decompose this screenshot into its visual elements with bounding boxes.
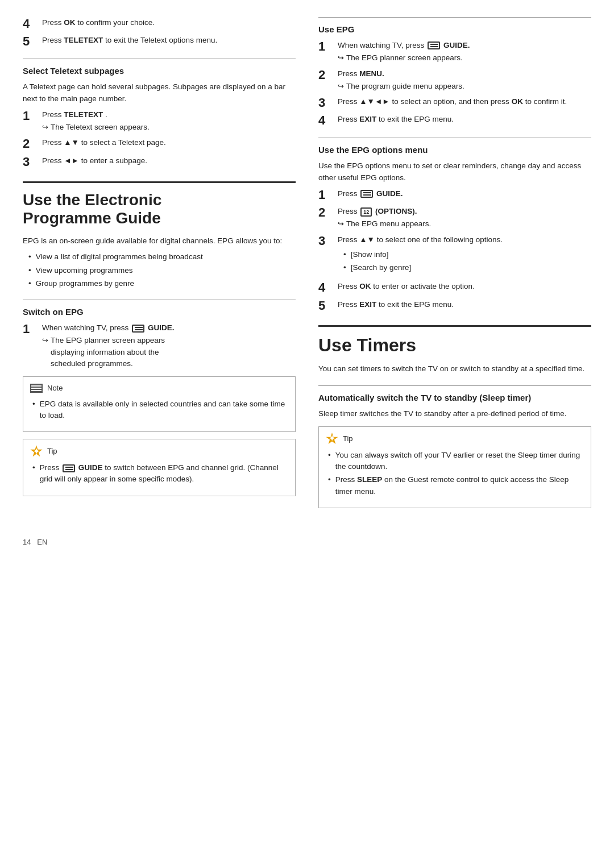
opt-sub-bullets: [Show info] [Search by genre]	[343, 249, 503, 274]
opt-step-2-arrow: ↪ The EPG menu appears.	[338, 218, 431, 230]
sub-step-3: 3 Press ◄► to enter a subpage.	[23, 155, 296, 169]
guide-icon	[132, 325, 144, 333]
r-step-1-arrow: ↪ The EPG planner screen appears.	[338, 52, 470, 64]
step-5: 5 Press TELETEXT to exit the Teletext op…	[23, 35, 296, 48]
sub-step-1-number: 1	[23, 109, 39, 123]
opt-step-4: 4 Press OK to enter or activate the opti…	[318, 281, 591, 294]
r-step-3-num: 3	[318, 96, 334, 110]
opt-step-1-num: 1	[318, 188, 334, 202]
sleep-tip-bullet-list: You can always switch off your TV earlie…	[328, 450, 584, 497]
select-subpages-title: Select Teletext subpages	[23, 66, 296, 76]
r-step-3-content: Press ▲▼◄► to select an option, and then…	[338, 96, 567, 107]
tip-bullet-1: Press GUIDE to switch between EPG and ch…	[32, 462, 288, 485]
sub-step-3-content: Press ◄► to enter a subpage.	[42, 155, 147, 167]
step-4: 4 Press OK to confirm your choice.	[23, 17, 296, 31]
switch-arrow-1: ↪ The EPG planner screen appears display…	[42, 335, 174, 369]
options-icon: 12	[360, 207, 372, 217]
switch-arrow-text-1: The EPG planner screen appears displayin…	[51, 335, 165, 369]
tip-bold: GUIDE	[78, 463, 103, 472]
step-5-rest: to exit the Teletext options menu.	[103, 36, 217, 44]
opt-step-3-num: 3	[318, 234, 334, 248]
note-bullet-1: EPG data is available only in selected c…	[32, 398, 288, 422]
page-number: 14	[23, 538, 31, 546]
step-5-content: Press TELETEXT to exit the Teletext opti…	[42, 35, 217, 46]
sleep-tip-bullet-1: You can always switch off your TV earlie…	[328, 450, 584, 473]
step-5-number: 5	[23, 35, 39, 48]
step-4-rest: to confirm your choice.	[76, 18, 155, 27]
tip-header: ✦ Tip	[30, 445, 288, 458]
opt-step-2: 2 Press 12 (OPTIONS). ↪ The EPG menu app…	[318, 206, 591, 230]
subpages-para: A Teletext page can hold several subpage…	[23, 81, 296, 105]
opt-bullet-2: [Search by genre]	[343, 262, 503, 273]
r-step-1-num: 1	[318, 40, 334, 53]
sub-step-1-arrow-text: The Teletext screen appears.	[51, 122, 150, 133]
r-step-2: 2 Press MENU. ↪ The program guide menu a…	[318, 68, 591, 93]
tip-guide-icon	[63, 464, 75, 472]
r-step-2-arrow: ↪ The program guide menu appears.	[338, 81, 464, 92]
note-bullet-list: EPG data is available only in selected c…	[32, 398, 288, 422]
timers-big-title: Use Timers	[318, 335, 591, 356]
sleep-para: Sleep timer switches the TV to standby a…	[318, 408, 591, 420]
sleep-tip-icon: ✦	[326, 433, 338, 445]
step-4-bold: OK	[64, 18, 75, 27]
opt-step-5-content: Press EXIT to exit the EPG menu.	[338, 299, 454, 310]
page-lang: EN	[37, 538, 47, 546]
r-step-1: 1 When watching TV, press GUIDE. ↪ The E…	[318, 40, 591, 64]
sub-step-1-bold: TELETEXT	[64, 110, 103, 119]
use-epg-title: Use EPG	[318, 24, 591, 34]
opt-step-1: 1 Press GUIDE.	[318, 188, 591, 202]
r-step-4: 4 Press EXIT to exit the EPG menu.	[318, 114, 591, 127]
arrow-symbol: ↪	[42, 122, 48, 133]
epg-options-para: Use the EPG options menu to set or clear…	[318, 160, 591, 184]
epg-options-title: Use the EPG options menu	[318, 145, 591, 155]
epg-bullet-2: View upcoming programmes	[28, 265, 296, 276]
left-column: 4 Press OK to confirm your choice. 5 Pre…	[23, 17, 296, 515]
r-step-1-content: When watching TV, press GUIDE. ↪ The EPG…	[338, 40, 470, 64]
switch-step-1-content: When watching TV, press GUIDE. ↪ The EPG…	[42, 322, 174, 369]
sub-step-1: 1 Press TELETEXT . ↪ The Teletext screen…	[23, 109, 296, 134]
tip-bullet-list: Press GUIDE to switch between EPG and ch…	[32, 462, 288, 485]
sleep-tip-header: ✦ Tip	[326, 433, 584, 445]
sleep-title: Automatically switch the TV to standby (…	[318, 393, 591, 402]
epg-big-title: Use the Electronic Programme Guide	[23, 191, 296, 227]
sub-step-1-rest: .	[103, 110, 107, 119]
r-step-4-num: 4	[318, 114, 334, 127]
note-header: Note	[30, 383, 288, 394]
r-step-2-content: Press MENU. ↪ The program guide menu app…	[338, 68, 464, 93]
epg-title-line1: Use the Electronic	[23, 191, 161, 209]
epg-title-line2: Programme Guide	[23, 209, 161, 227]
opt-step-4-content: Press OK to enter or activate the option…	[338, 281, 475, 292]
opt-bullet-1: [Show info]	[343, 249, 503, 260]
epg-options-rule	[318, 138, 591, 138]
switch-step-1-number: 1	[23, 322, 39, 336]
opt-step-2-content: Press 12 (OPTIONS). ↪ The EPG menu appea…	[338, 206, 431, 230]
r-step-3: 3 Press ▲▼◄► to select an option, and th…	[318, 96, 591, 110]
tip-icon: ✦	[30, 445, 43, 458]
r-guide-icon-1	[428, 41, 440, 49]
r-step-2-num: 2	[318, 68, 334, 82]
note-icon	[30, 384, 43, 393]
right-column: Use EPG 1 When watching TV, press GUIDE.…	[318, 17, 591, 515]
opt-guide-icon	[360, 190, 373, 198]
section-divider-1	[23, 59, 296, 59]
epg-bullet-1: View a list of digital programmes being …	[28, 251, 296, 263]
page-footer: 14 EN	[23, 538, 591, 546]
sub-step-2-content: Press ▲▼ to select a Teletext page.	[42, 137, 166, 148]
thick-divider-epg	[23, 181, 296, 183]
right-top-rule	[318, 17, 591, 18]
section-divider-2	[23, 300, 296, 300]
opt-step-1-content: Press GUIDE.	[338, 188, 403, 200]
r-step-4-content: Press EXIT to exit the EPG menu.	[338, 114, 454, 125]
switch-step-1-bold: GUIDE.	[148, 323, 175, 332]
opt-step-3: 3 Press ▲▼ to select one of the followin…	[318, 234, 591, 277]
sub-step-3-number: 3	[23, 155, 39, 169]
tip-rest: to switch between EPG and channel grid. …	[40, 463, 279, 483]
epg-bullet-3: Group programmes by genre	[28, 278, 296, 289]
epg-intro: EPG is an on-screen guide available for …	[23, 235, 296, 247]
epg-bullet-list: View a list of digital programmes being …	[28, 251, 296, 289]
opt-step-5: 5 Press EXIT to exit the EPG menu.	[318, 299, 591, 313]
sub-step-1-content: Press TELETEXT . ↪ The Teletext screen a…	[42, 109, 150, 134]
tip-box: ✦ Tip Press GUIDE to switch between EPG …	[23, 439, 296, 496]
switch-on-epg-title: Switch on EPG	[23, 307, 296, 317]
switch-step-1: 1 When watching TV, press GUIDE. ↪ The E…	[23, 322, 296, 369]
